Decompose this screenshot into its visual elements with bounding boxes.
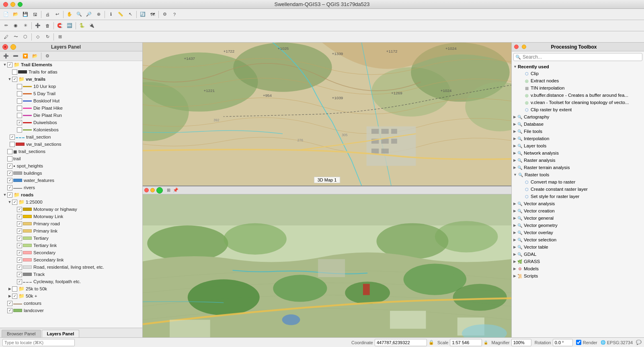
node-tool-btn[interactable]: ◉ [11,21,20,30]
tool-clip-raster[interactable]: ⬡ Clip raster by extent [512,106,644,113]
processing-search-box[interactable]: 🔍 [513,53,642,61]
map2-pin-icon[interactable]: 📌 [173,188,178,193]
layers-panel-close[interactable]: × [2,44,8,50]
layer-trail-elements[interactable]: ▼ 📁 Trail Elements [0,61,142,68]
layer-props-btn[interactable]: ⚙ [43,52,52,61]
curve-btn[interactable]: 〜 [11,33,20,41]
checkbox-roads-25k-50k[interactable] [12,286,17,292]
layer-secondary-link[interactable]: Secondary link [0,256,142,263]
checkbox-trail-sections-group[interactable] [7,149,12,154]
messages-icon[interactable]: 💬 [636,340,642,345]
browser-panel-tab[interactable]: Browser Panel [2,330,41,337]
zoom-in-btn[interactable]: 🔍 [75,10,84,19]
layer-5day[interactable]: 5 Day Trail [0,90,142,97]
checkbox-roads-50k[interactable] [12,294,17,299]
map2-close[interactable] [144,188,149,192]
map-bottom[interactable] [143,194,511,337]
save-btn[interactable]: 💾 [21,10,30,19]
section-vector-general[interactable]: ▶ 🔍 Vector general [512,214,644,222]
layer-road-residential[interactable]: Road, residential, living street, etc. [0,263,142,271]
section-scripts[interactable]: ▶ 📜 Scripts [512,272,644,280]
section-raster-analysis[interactable]: ▶ 🔍 Raster analysis [512,157,644,164]
checkbox-water-features[interactable] [7,178,12,183]
checkbox-roads[interactable] [7,192,12,198]
layer-koloniesbos[interactable]: Koloniesbos [0,126,142,133]
checkbox-dieplaat-run[interactable] [17,113,22,118]
digitize-btn[interactable]: ✳ [21,21,30,30]
layer-motorway-link[interactable]: Motorway Link [0,213,142,220]
layer-roads-50k[interactable]: ▶ 📁 50k + [0,292,142,300]
layer-trails-atlas[interactable]: Trails for atlas [0,68,142,76]
checkbox-5day[interactable] [17,91,22,96]
expand-roads-50k[interactable]: ▶ [7,294,12,298]
select-btn[interactable]: ↖ [126,10,135,19]
open-layer-btn[interactable]: 📂 [31,52,39,61]
reshape-btn[interactable]: ⬡ [21,33,30,41]
layer-trail-section[interactable]: trail_section [0,133,142,141]
expand-roads-25k[interactable]: ▼ [7,200,12,204]
section-vector-selection[interactable]: ▶ 🔍 Vector selection [512,236,644,243]
render-field[interactable]: Render [576,340,597,345]
save-as-btn[interactable]: 🖫 [31,10,39,19]
checkbox-vw-trail-sections[interactable] [10,142,15,147]
expand-trail-elements[interactable]: ▼ [2,62,7,67]
layer-10uur[interactable]: 10 Uur kop [0,83,142,90]
zoom-out-btn[interactable]: 🔎 [84,10,93,19]
checkbox-boskloof[interactable] [17,98,22,104]
label-btn[interactable]: 🔤 [65,21,74,30]
section-raster-tools[interactable]: ▼ 🔍 Raster tools [512,171,644,178]
map2-maximize-icon[interactable]: ⊞ [167,188,170,193]
layer-tertiary[interactable]: Tertiary [0,235,142,242]
layer-dieplaat-run[interactable]: Die Plaat Run [0,112,142,119]
tool-set-style[interactable]: ⬡ Set style for raster layer [512,193,644,200]
layer-vw-trail-sections[interactable]: vw_trail_sections [0,141,142,148]
section-interpolation[interactable]: ▶ 🔍 Interpolation [512,135,644,142]
layer-duiwelsbos[interactable]: Duiwelsbos [0,119,142,126]
checkbox-trails-atlas[interactable] [12,69,17,75]
checkbox-spot-heights[interactable] [7,163,12,169]
checkbox-rivers[interactable] [7,185,12,190]
layer-trail[interactable]: trail [0,155,142,162]
plugin-btn[interactable]: 🔌 [87,21,96,30]
map2-min[interactable] [150,188,155,192]
checkbox-duiwelsbos[interactable] [17,120,22,125]
tool-vclean[interactable]: ◎ v.clean - Toolset for cleaning topolog… [512,99,644,106]
section-network-analysis[interactable]: ▶ 🔍 Network analysis [512,149,644,157]
checkbox-secondary[interactable] [17,250,22,255]
section-file-tools[interactable]: ▶ 🔍 File tools [512,128,644,135]
section-vector-geometry[interactable]: ▶ 🔍 Vector geometry [512,222,644,229]
layer-spot-heights[interactable]: ● spot_heights [0,162,142,169]
checkbox-trail-section[interactable] [10,135,15,140]
checkbox-track[interactable] [17,272,22,277]
vertex-btn[interactable]: ◇ [33,33,42,41]
locate-field[interactable] [2,339,75,346]
edit-btn[interactable]: ✏ [2,21,10,30]
layer-track[interactable]: Track [0,271,142,278]
identify-btn[interactable]: ℹ [107,10,115,19]
new-btn[interactable]: 📄 [2,10,10,19]
minimize-button[interactable] [10,2,15,7]
section-database[interactable]: ▶ 🔍 Database [512,120,644,128]
filter-layer-btn[interactable]: 🔽 [21,52,30,61]
tool-create-constant[interactable]: ⬡ Create constant raster layer [512,186,644,193]
section-grass[interactable]: ▶ 🌿 GRASS [512,258,644,265]
tool-vbuffer[interactable]: ◎ v.buffer.distance - Creates a buffer a… [512,92,644,99]
python-btn[interactable]: 🐍 [78,21,86,30]
map2-fullscreen[interactable] [156,187,163,194]
layer-rivers[interactable]: rivers [0,184,142,191]
remove-layer-btn[interactable]: ➖ [11,52,20,61]
layer-btn[interactable]: 🗺 [148,10,157,19]
tool-tin[interactable]: ▦ TIN interpolation [512,84,644,92]
checkbox-dieplaat-hike[interactable] [17,106,22,111]
layer-roads-25k[interactable]: ▼ 📁 1:25000 [0,198,142,206]
snapping-btn[interactable]: 🧲 [55,21,64,30]
add-feature-btn[interactable]: ➕ [33,21,42,30]
tool-extract-nodes[interactable]: ◎ Extract nodes [512,77,644,84]
recently-used-section[interactable]: ▼ Recently used [512,63,644,70]
layer-secondary[interactable]: Secondary [0,249,142,256]
layer-vw-trails[interactable]: ▼ 📁 vw_trails [0,76,142,83]
checkbox-cycleway[interactable] [17,279,22,284]
map-top[interactable]: +1437 +1722 +1025 +1339 +1172 +1024 +122… [143,43,511,186]
expand-roads-25k-50k[interactable]: ▶ [7,286,12,291]
layer-primary-link[interactable]: Primary link [0,227,142,235]
